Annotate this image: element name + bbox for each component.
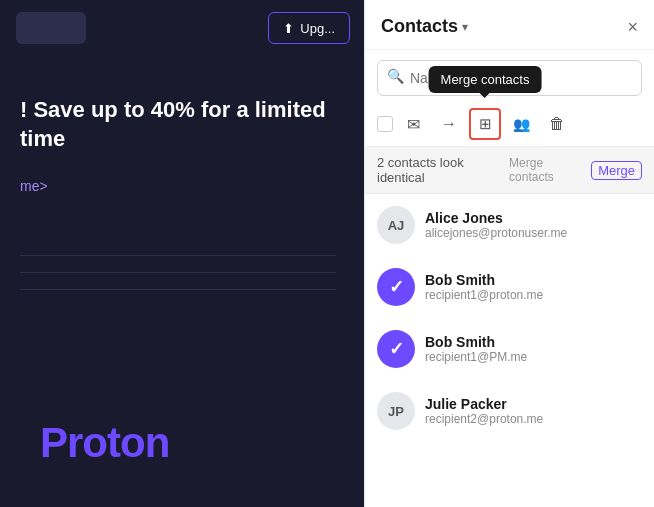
delete-icon: 🗑 [549,115,565,133]
contact-item[interactable]: JPJulie Packerrecipient2@proton.me [365,380,654,442]
contact-info: Julie Packerrecipient2@proton.me [425,396,642,426]
identical-text: 2 contacts look identical [377,155,464,185]
nav-button[interactable] [16,12,86,44]
group-button[interactable]: 👥 [505,108,537,140]
contact-name: Bob Smith [425,272,642,288]
contacts-title: Contacts [381,16,458,37]
merge-action-area: Merge contacts Merge [509,156,642,184]
group-icon: 👥 [513,116,530,132]
contacts-header: Contacts ▾ × [365,0,654,50]
merge-link[interactable]: Merge [591,161,642,180]
contact-info: Bob Smithrecipient1@proton.me [425,272,642,302]
upgrade-button[interactable]: ⬆ Upg... [268,12,350,44]
upgrade-label: Upg... [300,21,335,36]
avatar: AJ [377,206,415,244]
email-button[interactable]: ✉ [397,108,429,140]
search-input[interactable] [377,60,642,96]
contact-email: recipient2@proton.me [425,412,642,426]
contact-email: recipient1@proton.me [425,288,642,302]
contact-name: Alice Jones [425,210,642,226]
left-content: ! Save up to 40% for a limited time me> [0,56,366,326]
contact-name: Bob Smith [425,334,642,350]
merge-icon: ⊞ [479,115,492,133]
contact-email: alicejones@protonuser.me [425,226,642,240]
email-icon: ✉ [407,115,420,134]
export-button[interactable]: → [433,108,465,140]
proton-logo: Proton [40,419,169,467]
delete-button[interactable]: 🗑 [541,108,573,140]
left-panel: ⬆ Upg... ! Save up to 40% for a limited … [0,0,366,507]
contact-info: Alice Jonesalicejones@protonuser.me [425,210,642,240]
divider [20,255,336,256]
select-all-checkbox[interactable] [377,116,393,132]
dividers [20,255,336,290]
avatar: JP [377,392,415,430]
top-bar: ⬆ Upg... [0,0,366,56]
search-icon: 🔍 [387,68,404,84]
contact-name: Julie Packer [425,396,642,412]
merge-button[interactable]: Merge contacts ⊞ [469,108,501,140]
merge-sub-label: Merge contacts [509,156,585,184]
merge-banner-text: 2 contacts look identical [377,155,509,185]
contact-list: AJAlice Jonesalicejones@protonuser.me✓Bo… [365,194,654,507]
divider [20,289,336,290]
contacts-panel: Contacts ▾ × 🔍 ✉ → Merge contacts ⊞ 👥 🗑 [364,0,654,507]
dropdown-arrow-icon[interactable]: ▾ [462,20,468,34]
divider [20,272,336,273]
contact-info: Bob Smithrecipient1@PM.me [425,334,642,364]
search-container: 🔍 [365,50,654,102]
contact-item[interactable]: ✓Bob Smithrecipient1@PM.me [365,318,654,380]
promo-text: ! Save up to 40% for a limited time [20,96,336,153]
close-button[interactable]: × [627,18,638,36]
arrow-icon: → [441,115,457,133]
upgrade-icon: ⬆ [283,21,294,36]
promo-link[interactable]: me> [20,178,48,194]
merge-banner: 2 contacts look identical Merge contacts… [365,147,654,194]
avatar: ✓ [377,268,415,306]
avatar: ✓ [377,330,415,368]
logo-text: Proton [40,419,169,466]
contact-item[interactable]: ✓Bob Smithrecipient1@proton.me [365,256,654,318]
contact-item[interactable]: AJAlice Jonesalicejones@protonuser.me [365,194,654,256]
toolbar: ✉ → Merge contacts ⊞ 👥 🗑 [365,102,654,147]
contact-email: recipient1@PM.me [425,350,642,364]
